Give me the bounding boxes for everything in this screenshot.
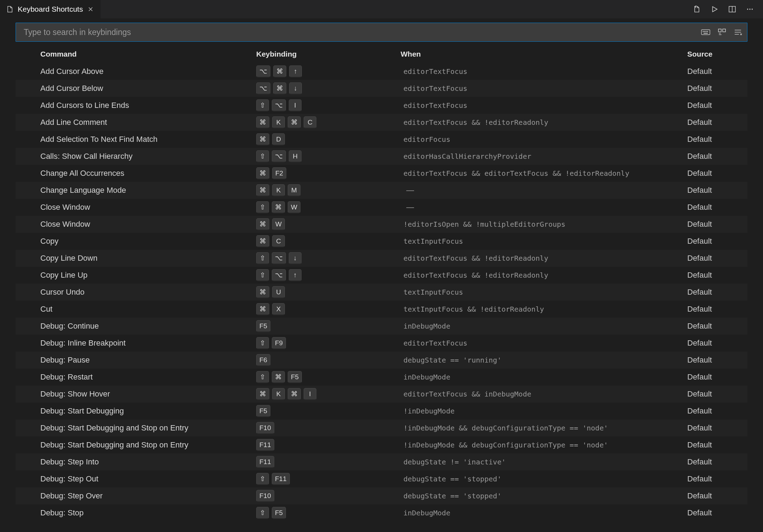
key: ⌘: [256, 184, 269, 196]
key: ⇧: [256, 150, 269, 162]
key: W: [272, 218, 285, 230]
table-row[interactable]: Add Cursor Below⌥⌘↓editorTextFocusDefaul…: [16, 80, 747, 97]
source-label: Default: [687, 220, 712, 229]
table-row[interactable]: Close Window⌘W!editorIsOpen && !multiple…: [16, 216, 747, 233]
table-row[interactable]: Debug: PauseF6debugState == 'running'Def…: [16, 352, 747, 369]
table-row[interactable]: Add Cursors to Line Ends⇧⌥IeditorTextFoc…: [16, 97, 747, 114]
key: F2: [272, 167, 286, 179]
command-label: Copy Line Up: [40, 271, 87, 279]
table-row[interactable]: Debug: Inline Breakpoint⇧F9editorTextFoc…: [16, 335, 747, 352]
table-row[interactable]: Copy Line Up⇧⌥↑editorTextFocus && !edito…: [16, 267, 747, 284]
header-keybinding[interactable]: Keybinding: [256, 50, 401, 58]
command-label: Copy: [40, 237, 58, 245]
search-actions: [701, 28, 743, 37]
command-label: Debug: Inline Breakpoint: [40, 339, 126, 347]
keybinding: ⌘U: [256, 286, 401, 298]
sort-icon[interactable]: [717, 28, 727, 37]
key: D: [272, 133, 285, 145]
command-label: Debug: Continue: [40, 322, 99, 330]
command-label: Add Selection To Next Find Match: [40, 135, 157, 144]
key: K: [272, 388, 285, 400]
table-row[interactable]: Close Window⇧⌘W—Default: [16, 199, 747, 216]
table-row[interactable]: Cut⌘XtextInputFocus && !editorReadonlyDe…: [16, 301, 747, 318]
header-when[interactable]: When: [401, 50, 687, 58]
keybinding: ⌘X: [256, 303, 401, 315]
command-label: Debug: Stop: [40, 508, 84, 517]
key: ⌥: [272, 99, 286, 111]
close-icon[interactable]: [86, 5, 95, 13]
source-label: Default: [687, 440, 712, 449]
command-label: Add Cursor Above: [40, 67, 104, 76]
when-expression: editorFocus: [401, 135, 450, 144]
run-icon[interactable]: [710, 5, 719, 14]
titlebar-actions: [692, 5, 763, 14]
table-row[interactable]: Debug: ContinueF5inDebugModeDefault: [16, 318, 747, 335]
table-row[interactable]: Debug: Start Debugging and Stop on Entry…: [16, 436, 747, 453]
key: ⌥: [272, 252, 286, 264]
table-row[interactable]: Debug: Restart⇧⌘F5inDebugModeDefault: [16, 369, 747, 386]
tab-keyboard-shortcuts[interactable]: Keyboard Shortcuts: [0, 0, 101, 18]
header-source[interactable]: Source: [687, 50, 747, 58]
table-row[interactable]: Calls: Show Call Hierarchy⇧⌥HeditorHasCa…: [16, 148, 747, 165]
source-label: Default: [687, 406, 712, 415]
key: ⌥: [272, 150, 286, 162]
key: ⌘: [272, 201, 285, 213]
when-expression: debugState == 'stopped': [401, 475, 501, 483]
table-row[interactable]: Debug: Start Debugging and Stop on Entry…: [16, 420, 747, 436]
keybinding: ⌘K⌘I: [256, 388, 401, 400]
header-command[interactable]: Command: [40, 50, 256, 58]
source-label: Default: [687, 135, 712, 144]
table-row[interactable]: Cursor Undo⌘UtextInputFocusDefault: [16, 284, 747, 301]
command-label: Calls: Show Call Hierarchy: [40, 152, 132, 161]
table-row[interactable]: Debug: Step IntoF11debugState != 'inacti…: [16, 453, 747, 470]
source-label: Default: [687, 254, 712, 262]
when-expression: inDebugMode: [401, 509, 450, 517]
open-file-icon[interactable]: [692, 5, 701, 14]
source-label: Default: [687, 288, 712, 296]
key: F5: [256, 405, 270, 417]
svg-rect-9: [704, 33, 708, 34]
svg-rect-10: [718, 29, 721, 32]
table-row[interactable]: Copy Line Down⇧⌥↓editorTextFocus && !edi…: [16, 250, 747, 267]
source-label: Default: [687, 67, 712, 76]
source-label: Default: [687, 203, 712, 212]
key: ⌘: [273, 65, 286, 77]
when-expression: !inDebugMode && debugConfigurationType =…: [401, 424, 608, 432]
key: F11: [256, 439, 274, 451]
command-label: Debug: Step Into: [40, 457, 99, 466]
split-editor-icon[interactable]: [728, 5, 737, 14]
table-row[interactable]: Debug: Start DebuggingF5!inDebugModeDefa…: [16, 403, 747, 420]
key: ↑: [289, 65, 302, 77]
key: ↓: [289, 82, 302, 94]
table-row[interactable]: Debug: Step Out⇧F11debugState == 'stoppe…: [16, 470, 747, 487]
table-row[interactable]: Change Language Mode⌘KM—Default: [16, 182, 747, 199]
table-row[interactable]: Change All Occurrences⌘F2editorTextFocus…: [16, 165, 747, 182]
key: F11: [256, 456, 274, 468]
record-keys-icon[interactable]: [701, 28, 710, 37]
table-row[interactable]: Debug: Stop⇧F5inDebugModeDefault: [16, 504, 747, 521]
keybinding: F5: [256, 320, 401, 332]
table-row[interactable]: Debug: Step OverF10debugState == 'stoppe…: [16, 487, 747, 504]
table-header: Command Keybinding When Source: [16, 45, 747, 63]
source-label: Default: [687, 322, 712, 330]
table-row[interactable]: Add Line Comment⌘K⌘CeditorTextFocus && !…: [16, 114, 747, 131]
key: ⇧: [256, 99, 269, 111]
svg-point-1: [747, 8, 748, 10]
svg-rect-11: [723, 29, 725, 32]
key: K: [272, 116, 285, 128]
keybinding: ⌥⌘↑: [256, 65, 401, 77]
keybinding: ⌥⌘↓: [256, 82, 401, 94]
source-label: Default: [687, 508, 712, 517]
key: F10: [256, 490, 274, 502]
search-input[interactable]: [20, 28, 701, 37]
table-row[interactable]: Add Cursor Above⌥⌘↑editorTextFocusDefaul…: [16, 63, 747, 80]
when-expression: editorTextFocus: [401, 339, 467, 347]
table-row[interactable]: Debug: Show Hover⌘K⌘IeditorTextFocus && …: [16, 386, 747, 403]
command-label: Cursor Undo: [40, 288, 85, 296]
source-label: Default: [687, 372, 712, 381]
table-row[interactable]: Copy⌘CtextInputFocusDefault: [16, 233, 747, 250]
clear-input-icon[interactable]: [734, 28, 743, 37]
more-icon[interactable]: [745, 5, 755, 14]
table-row[interactable]: Add Selection To Next Find Match⌘Deditor…: [16, 131, 747, 148]
source-label: Default: [687, 423, 712, 432]
